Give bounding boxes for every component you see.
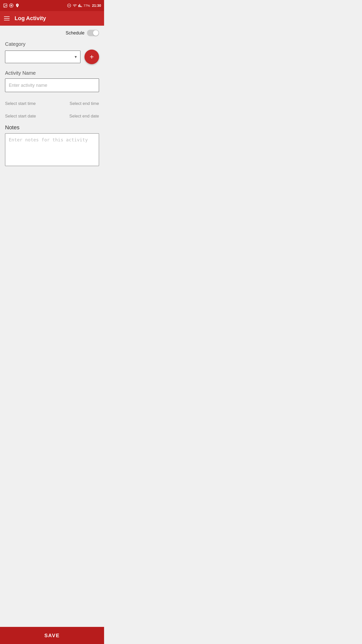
- clock: 21:30: [92, 4, 101, 8]
- app-bar: Log Activity: [0, 11, 104, 26]
- schedule-label: Schedule: [66, 30, 84, 36]
- notes-label: Notes: [5, 124, 99, 131]
- date-row: Select start date Select end date: [5, 112, 99, 121]
- location-status-icon: [15, 3, 20, 8]
- start-time-selector[interactable]: Select start time: [5, 99, 36, 108]
- activity-name-section: Activity Name: [5, 70, 99, 92]
- dnd-icon: [67, 3, 71, 8]
- notes-textarea[interactable]: [5, 133, 99, 166]
- page-title: Log Activity: [15, 15, 46, 22]
- category-label: Category: [5, 41, 99, 47]
- image-status-icon: [3, 3, 8, 8]
- wifi-icon: [72, 3, 77, 8]
- time-row: Select start time Select end time: [5, 99, 99, 108]
- activity-name-label: Activity Name: [5, 70, 99, 76]
- status-bar: 77% 21:30: [0, 0, 104, 11]
- category-row: +: [5, 50, 99, 64]
- category-select-wrapper[interactable]: [5, 51, 80, 63]
- schedule-row: Schedule: [5, 30, 99, 36]
- circle-status-icon: [9, 3, 14, 8]
- notes-section: Notes: [5, 124, 99, 167]
- svg-point-1: [4, 5, 5, 5]
- battery-level: 77%: [83, 4, 90, 8]
- category-select[interactable]: [5, 51, 80, 63]
- status-bar-right: 77% 21:30: [67, 3, 101, 8]
- menu-button[interactable]: [4, 16, 10, 20]
- plus-icon: +: [90, 53, 94, 60]
- end-time-selector[interactable]: Select end time: [70, 99, 99, 108]
- status-bar-left: [3, 3, 20, 8]
- category-section: Category +: [5, 41, 99, 64]
- signal-icon: [78, 3, 82, 8]
- content-area: Schedule Category + Activity Name Select…: [0, 26, 104, 225]
- schedule-toggle[interactable]: [87, 30, 99, 36]
- svg-point-3: [10, 5, 12, 7]
- start-date-selector[interactable]: Select start date: [5, 112, 36, 121]
- add-category-button[interactable]: +: [84, 50, 99, 64]
- activity-name-input[interactable]: [5, 78, 99, 92]
- end-date-selector[interactable]: Select end date: [69, 112, 99, 121]
